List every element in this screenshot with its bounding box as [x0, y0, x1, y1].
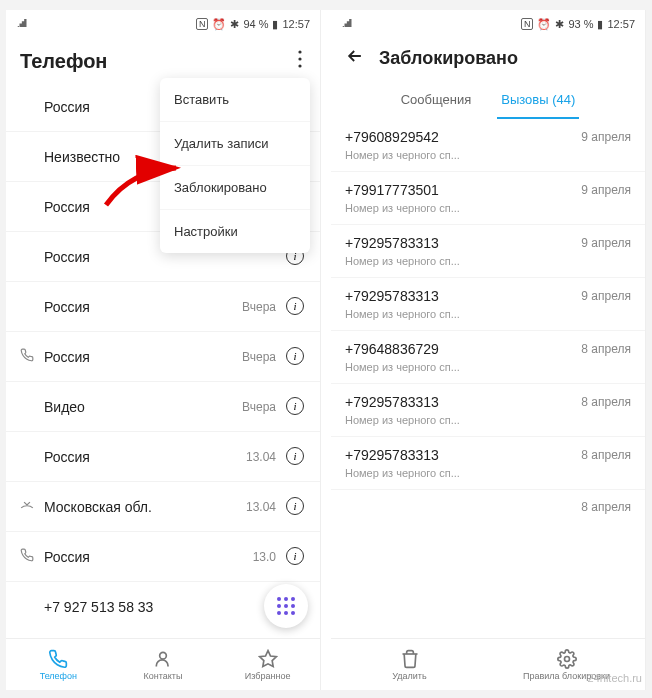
tab-calls[interactable]: Вызовы (44): [497, 86, 579, 119]
blocked-header: Заблокировано: [331, 36, 645, 76]
watermark: 24hitech.ru: [588, 672, 642, 684]
info-icon[interactable]: i: [286, 347, 306, 367]
blocked-subtext: Номер из черного сп...: [331, 467, 645, 490]
call-row[interactable]: Россия 13.04 i: [6, 432, 320, 482]
caller-name: Россия: [44, 349, 242, 365]
dialpad-icon: [277, 597, 295, 615]
alarm-icon: ⏰: [212, 18, 226, 31]
star-icon: [258, 649, 278, 669]
svg-point-0: [298, 50, 301, 53]
svg-point-2: [298, 64, 301, 67]
blocked-date: 9 апреля: [581, 130, 631, 144]
clock-text: 12:57: [607, 18, 635, 30]
info-icon[interactable]: i: [286, 547, 306, 567]
blocked-row[interactable]: +792957833139 апреля Номер из черного сп…: [331, 278, 645, 331]
info-icon[interactable]: i: [286, 397, 306, 417]
outgoing-call-icon: [20, 548, 38, 566]
phone-icon: [48, 649, 68, 669]
call-row[interactable]: Россия Вчера i: [6, 332, 320, 382]
battery-icon: ▮: [597, 18, 603, 31]
blocked-row[interactable]: +796089295429 апреля Номер из черного сп…: [331, 119, 645, 172]
back-icon[interactable]: [345, 46, 365, 70]
info-icon[interactable]: i: [286, 447, 306, 467]
blocked-date: 9 апреля: [581, 236, 631, 250]
blocked-row[interactable]: +799177735019 апреля Номер из черного сп…: [331, 172, 645, 225]
blocked-number: +79295783313: [345, 288, 439, 304]
call-time: 13.04: [246, 450, 276, 464]
call-row[interactable]: Россия Вчера i: [6, 282, 320, 332]
nav-favorites[interactable]: Избранное: [215, 639, 320, 690]
nav-label: Телефон: [40, 671, 77, 681]
svg-marker-4: [259, 650, 276, 666]
blocked-row[interactable]: +792957833139 апреля Номер из черного сп…: [331, 225, 645, 278]
menu-item-blocked[interactable]: Заблокировано: [160, 166, 310, 210]
menu-item-delete-records[interactable]: Удалить записи: [160, 122, 310, 166]
call-time: Вчера: [242, 300, 276, 314]
signal-icon: [341, 16, 355, 32]
outgoing-call-icon: [20, 348, 38, 366]
blocked-date: 9 апреля: [581, 183, 631, 197]
blocked-row[interactable]: +792957833138 апреля Номер из черного сп…: [331, 437, 645, 490]
action-label: Удалить: [392, 671, 426, 681]
blocked-list: +796089295429 апреля Номер из черного сп…: [331, 119, 645, 659]
caller-name: Россия: [44, 549, 253, 565]
caller-name: Московская обл.: [44, 499, 246, 515]
more-icon[interactable]: [294, 46, 306, 76]
clock-text: 12:57: [282, 18, 310, 30]
blocked-subtext: Номер из черного сп...: [331, 149, 645, 172]
bluetooth-icon: ✱: [230, 18, 239, 31]
call-time: 13.04: [246, 500, 276, 514]
blocked-number: +79608929542: [345, 129, 439, 145]
menu-item-settings[interactable]: Настройки: [160, 210, 310, 253]
blocked-subtext: Номер из черного сп...: [331, 414, 645, 437]
tabs: Сообщения Вызовы (44): [331, 76, 645, 119]
tab-messages[interactable]: Сообщения: [397, 86, 476, 119]
blocked-row[interactable]: +792957833138 апреля Номер из черного сп…: [331, 384, 645, 437]
bottom-nav: Телефон Контакты Избранное: [6, 638, 320, 690]
nav-label: Избранное: [245, 671, 291, 681]
blocked-row[interactable]: +796488367298 апреля Номер из черного сп…: [331, 331, 645, 384]
status-bar: N ⏰ ✱ 93 % ▮ 12:57: [331, 10, 645, 36]
blocked-subtext: Номер из черного сп...: [331, 361, 645, 384]
nav-label: Контакты: [144, 671, 183, 681]
call-row[interactable]: Московская обл. 13.04 i: [6, 482, 320, 532]
blocked-row[interactable]: 8 апреля: [331, 490, 645, 518]
blocked-number: +79648836729: [345, 341, 439, 357]
blocked-subtext: Номер из черного сп...: [331, 202, 645, 225]
nfc-icon: N: [521, 18, 534, 30]
call-row[interactable]: Видео Вчера i: [6, 382, 320, 432]
nav-contacts[interactable]: Контакты: [111, 639, 216, 690]
blocked-number: +79917773501: [345, 182, 439, 198]
blocked-subtext: Номер из черного сп...: [331, 308, 645, 331]
battery-text: 94 %: [243, 18, 268, 30]
caller-name: Россия: [44, 299, 242, 315]
nav-phone[interactable]: Телефон: [6, 639, 111, 690]
dropdown-menu: Вставить Удалить записи Заблокировано На…: [160, 78, 310, 253]
blocked-date: 8 апреля: [581, 342, 631, 356]
alarm-icon: ⏰: [537, 18, 551, 31]
svg-point-3: [160, 652, 167, 659]
signal-icon: [16, 16, 30, 32]
missed-call-icon: [20, 498, 38, 516]
blocked-date: 8 апреля: [581, 448, 631, 462]
svg-point-1: [298, 57, 301, 60]
info-icon[interactable]: i: [286, 297, 306, 317]
blocked-number: +79295783313: [345, 447, 439, 463]
blocked-number: +79295783313: [345, 235, 439, 251]
battery-text: 93 %: [568, 18, 593, 30]
battery-icon: ▮: [272, 18, 278, 31]
dialer-fab[interactable]: [264, 584, 308, 628]
info-icon[interactable]: i: [286, 497, 306, 517]
call-time: Вчера: [242, 400, 276, 414]
blocked-date: 8 апреля: [581, 500, 631, 514]
app-header: Телефон: [6, 36, 320, 82]
blocked-subtext: Номер из черного сп...: [331, 255, 645, 278]
caller-name: Россия: [44, 449, 246, 465]
menu-item-paste[interactable]: Вставить: [160, 78, 310, 122]
phone-screen-right: N ⏰ ✱ 93 % ▮ 12:57 Заблокировано Сообщен…: [331, 10, 646, 690]
trash-icon: [400, 649, 420, 669]
action-delete[interactable]: Удалить: [331, 639, 488, 690]
svg-point-5: [564, 656, 569, 661]
status-bar: N ⏰ ✱ 94 % ▮ 12:57: [6, 10, 320, 36]
call-row[interactable]: Россия 13.0 i: [6, 532, 320, 582]
